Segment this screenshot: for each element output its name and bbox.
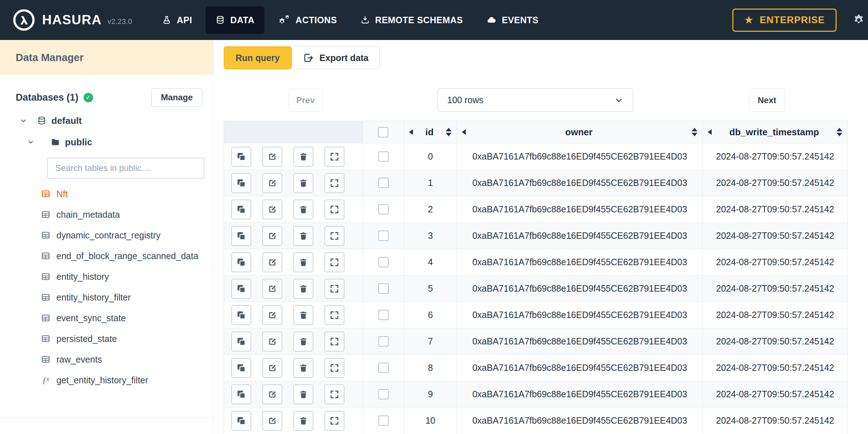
- row-select-cell: [363, 223, 404, 249]
- expand-row-button[interactable]: [324, 384, 344, 404]
- enterprise-button[interactable]: ★ ENTERPRISE: [732, 9, 837, 32]
- table-row: 5 0xaBA7161A7fb69c88e16ED9f455CE62B791EE…: [224, 275, 847, 302]
- delete-row-button[interactable]: [293, 305, 313, 325]
- row-checkbox[interactable]: [378, 336, 389, 347]
- run-query-button[interactable]: Run query: [224, 46, 292, 69]
- next-page-button[interactable]: Next: [750, 89, 784, 112]
- row-checkbox[interactable]: [378, 151, 389, 162]
- sidebar-table-item[interactable]: event_sync_state: [0, 308, 213, 328]
- nav-item-api[interactable]: API: [152, 6, 202, 34]
- column-header-db-write-timestamp[interactable]: db_write_timestamp: [703, 121, 847, 143]
- expand-row-button[interactable]: [324, 226, 344, 246]
- column-header-id[interactable]: id: [404, 121, 457, 143]
- expand-row-button[interactable]: [324, 305, 344, 325]
- delete-row-button[interactable]: [293, 173, 313, 193]
- delete-row-button[interactable]: [293, 358, 313, 378]
- clone-row-button[interactable]: [231, 358, 251, 378]
- select-all-checkbox[interactable]: [378, 127, 388, 137]
- clone-row-button[interactable]: [231, 411, 251, 431]
- row-actions-cell: [224, 408, 363, 434]
- delete-row-button[interactable]: [293, 252, 313, 272]
- edit-row-button[interactable]: [262, 173, 282, 193]
- expand-row-button[interactable]: [324, 200, 344, 219]
- row-checkbox[interactable]: [378, 257, 389, 267]
- folder-icon: [51, 137, 60, 147]
- row-checkbox[interactable]: [378, 363, 389, 373]
- delete-row-button[interactable]: [293, 279, 313, 299]
- clone-row-button[interactable]: [231, 279, 251, 299]
- nav-item-remote-schemas[interactable]: REMOTE SCHEMAS: [350, 6, 473, 34]
- select-all-header: [363, 121, 404, 143]
- expand-row-button[interactable]: [324, 332, 344, 352]
- nav-item-data[interactable]: DATA: [206, 6, 264, 34]
- edit-row-button[interactable]: [262, 252, 282, 272]
- edit-row-button[interactable]: [262, 411, 282, 431]
- sidebar-table-item[interactable]: Nft: [0, 183, 213, 204]
- edit-row-button[interactable]: [262, 147, 282, 167]
- sidebar-table-item[interactable]: dynamic_contract_registry: [0, 225, 213, 246]
- prev-page-button[interactable]: Prev: [289, 89, 322, 112]
- manage-button[interactable]: Manage: [151, 88, 202, 107]
- edit-row-button[interactable]: [262, 384, 282, 404]
- tree-item-database-default[interactable]: default: [0, 111, 213, 130]
- expand-row-button[interactable]: [324, 173, 344, 193]
- settings-gear-icon[interactable]: [852, 14, 865, 26]
- clone-row-button[interactable]: [231, 305, 251, 325]
- delete-row-button[interactable]: [293, 332, 313, 352]
- row-checkbox[interactable]: [378, 178, 389, 188]
- clone-row-button[interactable]: [231, 252, 251, 272]
- row-checkbox[interactable]: [378, 283, 389, 294]
- clone-row-button[interactable]: [231, 384, 251, 404]
- sidebar-table-item[interactable]: ƒx get_entity_history_filter: [0, 370, 213, 390]
- edit-row-button[interactable]: [262, 200, 282, 219]
- sidebar-table-item[interactable]: persisted_state: [0, 328, 213, 349]
- row-checkbox[interactable]: [378, 415, 389, 426]
- expand-row-button[interactable]: [324, 147, 344, 167]
- row-checkbox[interactable]: [378, 204, 389, 215]
- edit-row-button[interactable]: [262, 305, 282, 325]
- delete-row-button[interactable]: [293, 411, 313, 431]
- table-search-input[interactable]: [47, 158, 204, 178]
- clone-row-button[interactable]: [231, 332, 251, 352]
- clone-row-button[interactable]: [231, 147, 251, 167]
- expand-row-button[interactable]: [324, 358, 344, 378]
- edit-row-button[interactable]: [262, 332, 282, 352]
- expand-row-button[interactable]: [324, 252, 344, 272]
- nav-item-events[interactable]: EVENTS: [476, 6, 549, 34]
- delete-row-button[interactable]: [293, 147, 313, 167]
- sidebar-table-item[interactable]: entity_history: [0, 266, 213, 287]
- expand-icon: [329, 205, 339, 215]
- expand-icon: [329, 284, 339, 294]
- cell-id: 1: [404, 170, 457, 196]
- expand-row-button[interactable]: [324, 411, 344, 431]
- delete-row-button[interactable]: [293, 384, 313, 404]
- edit-row-button[interactable]: [262, 279, 282, 299]
- rows-per-page-select[interactable]: 100 rows: [438, 89, 633, 112]
- trash-icon: [299, 231, 308, 241]
- sidebar-table-item[interactable]: raw_events: [0, 349, 213, 370]
- clone-row-button[interactable]: [231, 200, 251, 219]
- delete-row-button[interactable]: [293, 200, 313, 219]
- row-checkbox[interactable]: [378, 231, 389, 241]
- column-header-owner[interactable]: owner: [457, 121, 703, 143]
- row-checkbox[interactable]: [378, 389, 389, 399]
- clone-row-button[interactable]: [231, 173, 251, 193]
- clone-row-button[interactable]: [231, 226, 251, 246]
- delete-row-button[interactable]: [293, 226, 313, 246]
- table-icon: [41, 293, 51, 302]
- flask-icon: [162, 15, 171, 25]
- edit-row-button[interactable]: [262, 226, 282, 246]
- table-list: Nft chain_metadata dynamic_contract_regi…: [0, 183, 213, 390]
- row-checkbox[interactable]: [378, 310, 389, 320]
- expand-row-button[interactable]: [324, 279, 344, 299]
- nav-item-actions[interactable]: ACTIONS: [268, 6, 347, 34]
- trash-icon: [299, 390, 308, 399]
- sidebar-table-item[interactable]: entity_history_filter: [0, 287, 213, 308]
- tree-item-schema-public[interactable]: public: [0, 133, 213, 151]
- hasura-logo[interactable]: [12, 8, 36, 32]
- sidebar-table-item[interactable]: end_of_block_range_scanned_data: [0, 246, 213, 266]
- sidebar-table-item[interactable]: chain_metadata: [0, 204, 213, 225]
- top-navbar: HASURA v2.23.0 API DATA: [0, 0, 868, 40]
- export-data-button[interactable]: Export data: [292, 46, 380, 69]
- edit-row-button[interactable]: [262, 358, 282, 378]
